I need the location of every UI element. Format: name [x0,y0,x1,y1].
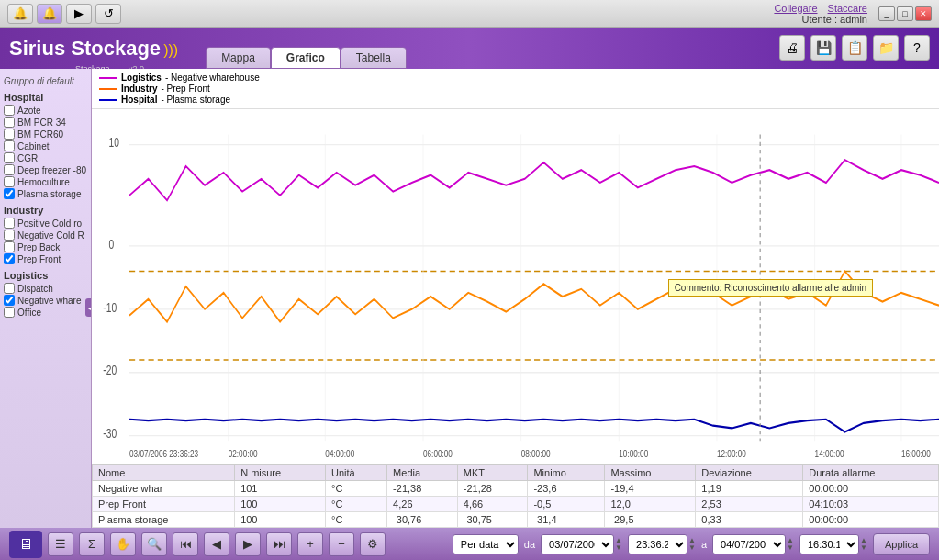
tab-tabella[interactable]: Tabella [341,47,407,69]
table-header-cell: Massimo [605,465,696,481]
time-from-input[interactable]: 23:36:23 [628,534,687,554]
bottom-toolbar: 🖥 ☰ Σ ✋ 🔍 ⏮ ◀ ▶ ⏭ + − ⚙ Per data da 03/0… [0,528,939,560]
sidebar-checkbox[interactable] [4,253,15,264]
rewind-icon[interactable]: ⏮ [173,532,198,556]
bell-active-icon[interactable]: 🔔 [37,4,62,24]
settings-icon[interactable]: ⚙ [360,532,386,556]
table-row: Prep Front100°C4,264,66-0,512,02,5304:10… [93,497,939,512]
sidebar-section-title: Hospital [4,92,87,103]
hospital-line [129,420,939,432]
sidebar-checkbox[interactable] [4,152,15,163]
table-cell: Negative whar [93,481,235,497]
zoom-in-icon[interactable]: + [297,532,323,556]
sidebar-sections: HospitalAzoteBM PCR 34BM PCR60CabinetCGR… [4,92,87,318]
filter-select[interactable]: Per data [453,534,519,554]
table-body: Negative whar101°C-21,38-21,28-23,6-19,4… [93,481,939,528]
date-from-spinner[interactable]: ▲▼ [615,537,622,552]
sidebar-item-label: Hemoculture [17,177,70,187]
floppy-icon[interactable]: 📋 [842,35,867,61]
nav-tabs: Mappa Grafico Tabella [206,47,407,69]
time-to-spinner[interactable]: ▲▼ [860,537,867,552]
staccare-link[interactable]: Staccare [828,3,867,14]
save-icon[interactable]: 💾 [810,35,836,61]
sidebar-item: CGR [4,152,87,163]
tab-mappa[interactable]: Mappa [206,47,271,69]
toolbar-left: 🖥 ☰ Σ ✋ 🔍 ⏮ ◀ ▶ ⏭ + − ⚙ [9,531,386,558]
logistics-line [129,160,939,200]
sidebar-checkbox[interactable] [4,105,15,116]
sidebar-item-label: Plasma storage [17,189,81,199]
minimize-button[interactable]: _ [878,6,895,21]
user-label: Utente : admin [801,14,867,25]
sidebar-checkbox[interactable] [4,140,15,151]
sidebar-checkbox[interactable] [4,283,15,294]
sidebar-item-label: Dispatch [17,284,53,294]
close-button[interactable]: ✕ [915,6,932,21]
time-from-spinner[interactable]: ▲▼ [688,537,696,552]
sidebar-checkbox[interactable] [4,218,15,229]
tab-grafico[interactable]: Grafico [271,47,341,69]
app-title: Sirius Stockage [9,37,161,60]
help-icon[interactable]: ? [904,35,930,61]
top-nav-buttons: 🔔 🔔 ▶ ↺ [7,4,121,24]
sidebar-checkbox[interactable] [4,241,15,252]
sidebar-checkbox[interactable] [4,295,15,306]
table-row: Plasma storage100°C-30,76-30,75-31,4-29,… [93,512,939,528]
svg-text:04:00:00: 04:00:00 [325,448,354,459]
sidebar-toggle[interactable]: ◀ [85,298,92,317]
sidebar-item: BM PCR60 [4,129,87,140]
sigma-icon[interactable]: Σ [79,532,105,556]
chart-area: Logistics - Negative wharehouse Industry… [92,69,939,528]
table-cell: 00:00:00 [803,481,939,497]
collegare-link[interactable]: Collegare [774,3,817,14]
print-icon[interactable]: 🖨 [779,35,805,61]
sidebar-item-label: Negative Cold R [17,230,84,241]
zoom-out-icon[interactable]: − [329,532,354,556]
svg-text:14:00:00: 14:00:00 [815,448,844,459]
table-header-cell: Unità [326,465,387,481]
sidebar-checkbox[interactable] [4,176,15,187]
data-table: NomeN misureUnitàMediaMKTMinimoMassimoDe… [92,464,939,528]
forward-icon[interactable]: ⏭ [266,532,292,556]
svg-text:10: 10 [108,136,119,151]
table-header-cell: Deviazione [696,465,803,481]
folder-icon[interactable]: 📁 [873,35,899,61]
table-header-cell: MKT [457,465,528,481]
prev-icon[interactable]: ◀ [204,532,229,556]
apply-button[interactable]: Applica [873,533,930,555]
sidebar-checkbox[interactable] [4,117,15,128]
svg-text:06:00:00: 06:00:00 [423,448,453,459]
time-to-input[interactable]: 16:30:18 [799,534,859,554]
play-icon[interactable]: ▶ [235,532,261,556]
sidebar-checkbox[interactable] [4,129,15,140]
table-header-cell: Minimo [528,465,605,481]
table-cell: -19,4 [605,481,696,497]
list-icon[interactable]: ☰ [48,532,73,556]
date-to-input[interactable]: 04/07/2006 [712,534,786,554]
filter-icon[interactable]: 🔍 [141,532,167,556]
sidebar-item: Prep Back [4,241,87,252]
table-cell: Plasma storage [93,512,235,528]
sidebar-checkbox[interactable] [4,230,15,241]
refresh-icon[interactable]: ↺ [95,4,121,24]
sidebar-checkbox[interactable] [4,188,15,199]
table-cell: 101 [235,481,326,497]
chart-wrapper: 10 0 -10 -20 -30 03/07/2006 23:36:23 02:… [92,109,939,464]
maximize-button[interactable]: □ [897,6,913,21]
bell-icon[interactable]: 🔔 [7,4,33,24]
legend-detail-logistics: - Negative wharehouse [165,73,260,83]
date-to-spinner[interactable]: ▲▼ [787,537,794,552]
forward-icon[interactable]: ▶ [66,4,92,24]
hand-icon[interactable]: ✋ [110,532,136,556]
sidebar-item: Negative Cold R [4,230,87,241]
from-label: da [524,539,535,550]
sidebar-group-label: Gruppo di default [4,76,87,86]
table-header-cell: Durata allarme [803,465,939,481]
table-header-cell: Media [387,465,458,481]
sidebar-checkbox[interactable] [4,164,15,175]
legend-detail-industry: - Prep Front [161,84,209,94]
sidebar-item-label: BM PCR60 [17,129,63,140]
sidebar-item: Negative whare [4,295,87,306]
date-from-input[interactable]: 03/07/2006 [541,534,614,554]
sidebar-checkbox[interactable] [4,307,15,318]
